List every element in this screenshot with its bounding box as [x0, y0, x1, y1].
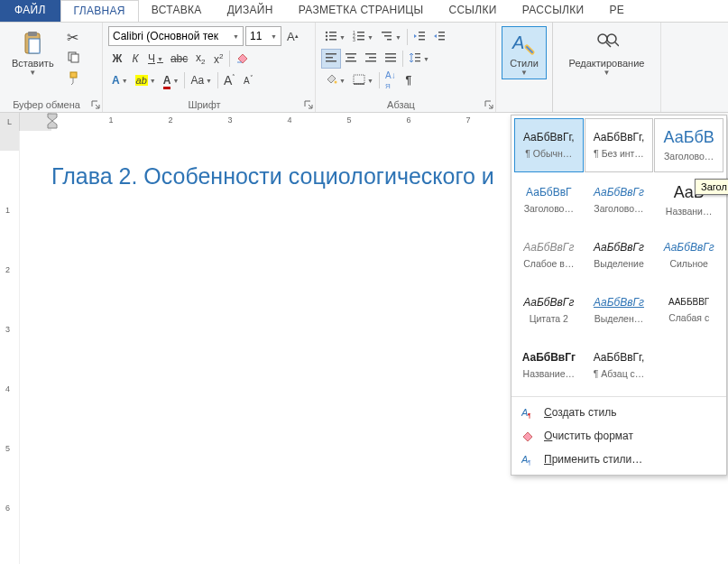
chevron-down-icon: ▼: [206, 78, 212, 84]
svg-rect-4: [71, 54, 78, 62]
align-left-button[interactable]: [321, 49, 341, 69]
paste-button[interactable]: Вставить ▼: [5, 26, 60, 91]
svg-text:A: A: [511, 32, 524, 52]
font-size-value: 11: [250, 30, 262, 42]
tab-page-layout[interactable]: РАЗМЕТКА СТРАНИЦЫ: [286, 0, 437, 22]
font-color-button[interactable]: A▼: [160, 70, 183, 90]
group-clipboard: Вставить ▼ ✂ Буфер обмена: [0, 23, 103, 112]
style-gallery-item[interactable]: АаБбВвГг,¶ Обычн…: [514, 118, 584, 172]
grow-font-alt-button[interactable]: A˄: [220, 70, 239, 90]
svg-rect-33: [365, 53, 376, 55]
multilevel-list-button[interactable]: ▼: [377, 27, 405, 47]
style-gallery-item[interactable]: АаБбВвГгСлабое в…: [514, 228, 584, 282]
change-case-icon: Aa: [190, 74, 204, 87]
styles-button[interactable]: A Стили ▼: [502, 26, 547, 79]
clear-format-item[interactable]: Очистить формат: [511, 424, 726, 448]
tab-design[interactable]: ДИЗАЙН: [215, 0, 286, 22]
borders-button[interactable]: ▼: [349, 70, 377, 90]
font-name-combo[interactable]: Calibri (Основной тек▼: [108, 26, 244, 46]
apply-styles-item[interactable]: A¶ Применить стили…: [511, 448, 726, 471]
superscript-button[interactable]: x2: [209, 49, 227, 69]
italic-button[interactable]: К: [126, 49, 144, 69]
font-size-combo[interactable]: 11▼: [245, 26, 281, 46]
brush-icon: [67, 71, 79, 89]
tab-home[interactable]: ГЛАВНАЯ: [60, 0, 139, 22]
underline-button[interactable]: Ч▼: [144, 49, 167, 69]
show-marks-button[interactable]: ¶: [400, 70, 418, 90]
paste-icon: [18, 29, 47, 58]
style-sample: АаБбВ: [663, 129, 714, 145]
create-style-item[interactable]: A¶ Создать стиль: [511, 401, 726, 424]
svg-rect-22: [419, 35, 425, 37]
style-gallery-item[interactable]: АаБбВвГг,¶ Без инт…: [585, 118, 654, 172]
line-spacing-button[interactable]: ▼: [405, 49, 433, 69]
copy-button[interactable]: [64, 50, 82, 68]
chevron-down-icon: ▼: [233, 33, 239, 40]
tooltip: Загол: [695, 179, 728, 195]
paste-label: Вставить: [12, 58, 54, 69]
style-gallery-item[interactable]: АаБбВвГгСильное: [654, 228, 723, 282]
style-gallery-item[interactable]: АаБбВвГгНазвание…: [514, 338, 584, 393]
style-gallery-item[interactable]: АаБбВвГг,¶ Абзац с…: [585, 338, 654, 393]
align-center-button[interactable]: [341, 49, 361, 69]
grow-font-button[interactable]: A▴: [283, 26, 302, 46]
increase-indent-button[interactable]: [429, 27, 449, 47]
clear-formatting-button[interactable]: [232, 49, 253, 69]
format-painter-button[interactable]: [64, 71, 82, 89]
svg-rect-30: [346, 53, 356, 55]
style-name: Название…: [523, 368, 575, 379]
tab-review[interactable]: РЕ: [596, 0, 637, 22]
shrink-font-button[interactable]: A˅: [239, 70, 257, 90]
style-gallery-item[interactable]: АаБбВЗаголово…: [654, 118, 723, 172]
style-gallery-item[interactable]: АаБбВвГгЦитата 2: [514, 283, 584, 337]
style-name: Выделение: [594, 258, 644, 269]
style-gallery-item[interactable]: АаБбВвГЗаголово…: [514, 173, 584, 227]
separator: [379, 72, 380, 88]
styles-gallery-popup: АаБбВвГг,¶ Обычн…АаБбВвГг,¶ Без инт…АаБб…: [511, 115, 727, 476]
bullets-button[interactable]: ▼: [321, 27, 349, 47]
svg-rect-25: [438, 35, 445, 37]
highlight-button[interactable]: ab▼: [132, 70, 160, 90]
first-line-indent-marker[interactable]: [47, 113, 58, 129]
change-case-button[interactable]: Aa▼: [187, 70, 216, 90]
numbering-button[interactable]: 123▼: [349, 27, 377, 47]
editing-button[interactable]: Редактирование ▼: [558, 26, 655, 79]
justify-button[interactable]: [381, 49, 401, 69]
font-name-value: Calibri (Основной тек: [113, 30, 218, 42]
paragraph-launcher[interactable]: [484, 100, 493, 109]
borders-icon: [353, 74, 365, 88]
svg-rect-27: [326, 53, 336, 55]
style-gallery-item[interactable]: АаБбВвГгВыделение: [585, 228, 654, 282]
vertical-ruler[interactable]: 1234567: [0, 131, 20, 564]
clipboard-launcher[interactable]: [91, 100, 100, 109]
outdent-icon: [413, 31, 426, 44]
font-color-fill-button[interactable]: A▼: [108, 70, 132, 90]
shading-button[interactable]: ▼: [321, 70, 349, 90]
sort-button[interactable]: A↓Я: [382, 70, 400, 90]
style-gallery-item[interactable]: АаБбВвГгВыделен…: [585, 283, 654, 337]
tab-file[interactable]: ФАЙЛ: [0, 0, 60, 22]
create-style-icon: A¶: [521, 405, 535, 420]
style-name: Выделен…: [594, 313, 643, 324]
decrease-indent-button[interactable]: [410, 27, 429, 47]
style-gallery-item[interactable]: ААББВВГСлабая с: [654, 283, 723, 337]
subscript-button[interactable]: x2: [191, 49, 209, 69]
font-launcher[interactable]: [304, 100, 313, 109]
tab-mailings[interactable]: РАССЫЛКИ: [510, 0, 597, 22]
align-right-button[interactable]: [361, 49, 381, 69]
copy-icon: [67, 51, 79, 67]
style-sample: АаБбВвГг: [523, 297, 574, 308]
chevron-down-icon: ▼: [157, 56, 163, 62]
tab-insert[interactable]: ВСТАВКА: [139, 0, 215, 22]
cut-button[interactable]: ✂: [64, 28, 82, 46]
svg-rect-17: [357, 39, 364, 41]
strikethrough-button[interactable]: abc: [167, 49, 191, 69]
tab-selector[interactable]: L: [0, 113, 20, 131]
style-sample: АаБбВвГг: [664, 242, 714, 253]
ribbon-tabs: ФАЙЛ ГЛАВНАЯ ВСТАВКА ДИЗАЙН РАЗМЕТКА СТР…: [0, 0, 728, 23]
bold-button[interactable]: Ж: [108, 49, 126, 69]
tab-references[interactable]: ССЫЛКИ: [436, 0, 509, 22]
group-paragraph: ▼ 123▼ ▼ ▼ ▼ ▼ A↓Я ¶ Абзац: [316, 23, 496, 112]
font-fill-icon: A: [112, 74, 120, 87]
style-gallery-item[interactable]: АаБбВвГгЗаголово…: [585, 173, 654, 227]
